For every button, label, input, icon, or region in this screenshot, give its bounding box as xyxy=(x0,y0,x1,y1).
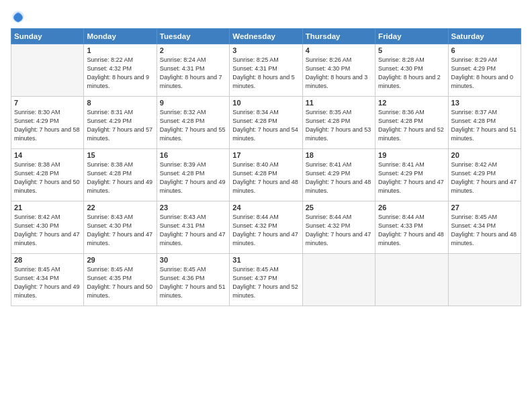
cell-details: Sunrise: 8:41 AMSunset: 4:29 PMDaylight:… xyxy=(378,161,445,195)
day-number: 31 xyxy=(232,256,299,264)
calendar-cell: 23Sunrise: 8:43 AMSunset: 4:31 PMDayligh… xyxy=(157,201,229,254)
day-number: 8 xyxy=(87,99,153,107)
day-number: 3 xyxy=(232,46,299,54)
page: SundayMondayTuesdayWednesdayThursdayFrid… xyxy=(0,0,532,411)
day-number: 30 xyxy=(160,256,226,264)
cell-details: Sunrise: 8:37 AMSunset: 4:28 PMDaylight:… xyxy=(451,108,518,143)
calendar-cell: 3Sunrise: 8:25 AMSunset: 4:31 PMDaylight… xyxy=(230,44,302,97)
cell-details: Sunrise: 8:25 AMSunset: 4:31 PMDaylight:… xyxy=(232,56,299,91)
calendar-cell: 27Sunrise: 8:45 AMSunset: 4:34 PMDayligh… xyxy=(448,201,521,254)
day-number: 15 xyxy=(87,151,153,159)
calendar-week-row: 14Sunrise: 8:38 AMSunset: 4:28 PMDayligh… xyxy=(11,149,521,201)
calendar-cell: 6Sunrise: 8:29 AMSunset: 4:29 PMDaylight… xyxy=(448,44,521,97)
day-number: 2 xyxy=(160,46,226,54)
cell-details: Sunrise: 8:24 AMSunset: 4:31 PMDaylight:… xyxy=(160,56,226,91)
cell-details: Sunrise: 8:32 AMSunset: 4:28 PMDaylight:… xyxy=(160,108,226,143)
day-number: 10 xyxy=(232,99,299,107)
cell-details: Sunrise: 8:45 AMSunset: 4:34 PMDaylight:… xyxy=(14,265,81,300)
calendar-cell: 24Sunrise: 8:44 AMSunset: 4:32 PMDayligh… xyxy=(230,201,302,254)
logo xyxy=(11,9,27,24)
day-number: 20 xyxy=(451,151,518,159)
day-number: 21 xyxy=(14,203,81,212)
cell-details: Sunrise: 8:28 AMSunset: 4:30 PMDaylight:… xyxy=(378,56,445,91)
day-number: 24 xyxy=(232,203,299,212)
calendar-cell xyxy=(448,254,521,306)
calendar-cell: 12Sunrise: 8:36 AMSunset: 4:28 PMDayligh… xyxy=(375,97,448,149)
col-header-saturday: Saturday xyxy=(448,29,521,44)
cell-details: Sunrise: 8:22 AMSunset: 4:32 PMDaylight:… xyxy=(87,56,153,91)
calendar-table: SundayMondayTuesdayWednesdayThursdayFrid… xyxy=(11,28,521,306)
calendar-week-row: 7Sunrise: 8:30 AMSunset: 4:29 PMDaylight… xyxy=(11,97,521,149)
day-number: 4 xyxy=(306,46,372,54)
cell-details: Sunrise: 8:39 AMSunset: 4:28 PMDaylight:… xyxy=(160,161,226,195)
cell-details: Sunrise: 8:38 AMSunset: 4:28 PMDaylight:… xyxy=(87,161,153,195)
calendar-cell: 15Sunrise: 8:38 AMSunset: 4:28 PMDayligh… xyxy=(84,149,157,201)
calendar-cell: 10Sunrise: 8:34 AMSunset: 4:28 PMDayligh… xyxy=(230,97,302,149)
calendar-cell: 22Sunrise: 8:43 AMSunset: 4:30 PMDayligh… xyxy=(84,201,157,254)
cell-details: Sunrise: 8:44 AMSunset: 4:33 PMDaylight:… xyxy=(378,213,445,248)
calendar-cell: 18Sunrise: 8:41 AMSunset: 4:29 PMDayligh… xyxy=(302,149,375,201)
calendar-week-row: 1Sunrise: 8:22 AMSunset: 4:32 PMDaylight… xyxy=(11,44,521,97)
col-header-wednesday: Wednesday xyxy=(230,29,302,44)
cell-details: Sunrise: 8:29 AMSunset: 4:29 PMDaylight:… xyxy=(451,56,518,91)
day-number: 16 xyxy=(160,151,226,159)
calendar-cell: 4Sunrise: 8:26 AMSunset: 4:30 PMDaylight… xyxy=(302,44,375,97)
calendar-cell: 25Sunrise: 8:44 AMSunset: 4:32 PMDayligh… xyxy=(302,201,375,254)
day-number: 28 xyxy=(14,256,81,264)
cell-details: Sunrise: 8:45 AMSunset: 4:37 PMDaylight:… xyxy=(232,265,299,300)
day-number: 18 xyxy=(306,151,372,159)
calendar-cell: 7Sunrise: 8:30 AMSunset: 4:29 PMDaylight… xyxy=(11,97,84,149)
cell-details: Sunrise: 8:40 AMSunset: 4:28 PMDaylight:… xyxy=(232,161,299,195)
cell-details: Sunrise: 8:31 AMSunset: 4:29 PMDaylight:… xyxy=(87,108,153,143)
calendar-week-row: 28Sunrise: 8:45 AMSunset: 4:34 PMDayligh… xyxy=(11,254,521,306)
cell-details: Sunrise: 8:45 AMSunset: 4:36 PMDaylight:… xyxy=(160,265,226,300)
calendar-cell: 2Sunrise: 8:24 AMSunset: 4:31 PMDaylight… xyxy=(157,44,229,97)
day-number: 6 xyxy=(451,46,518,54)
calendar-cell: 11Sunrise: 8:35 AMSunset: 4:28 PMDayligh… xyxy=(302,97,375,149)
day-number: 19 xyxy=(378,151,445,159)
calendar-cell: 16Sunrise: 8:39 AMSunset: 4:28 PMDayligh… xyxy=(157,149,229,201)
cell-details: Sunrise: 8:45 AMSunset: 4:35 PMDaylight:… xyxy=(87,265,153,300)
calendar-cell: 17Sunrise: 8:40 AMSunset: 4:28 PMDayligh… xyxy=(230,149,302,201)
cell-details: Sunrise: 8:43 AMSunset: 4:31 PMDaylight:… xyxy=(160,213,226,248)
header xyxy=(11,9,521,24)
cell-details: Sunrise: 8:36 AMSunset: 4:28 PMDaylight:… xyxy=(378,108,445,143)
cell-details: Sunrise: 8:34 AMSunset: 4:28 PMDaylight:… xyxy=(232,108,299,143)
day-number: 9 xyxy=(160,99,226,107)
col-header-friday: Friday xyxy=(375,29,448,44)
day-number: 5 xyxy=(378,46,445,54)
calendar-cell: 5Sunrise: 8:28 AMSunset: 4:30 PMDaylight… xyxy=(375,44,448,97)
day-number: 14 xyxy=(14,151,81,159)
day-number: 22 xyxy=(87,203,153,212)
calendar-week-row: 21Sunrise: 8:42 AMSunset: 4:30 PMDayligh… xyxy=(11,201,521,254)
day-number: 13 xyxy=(451,99,518,107)
calendar-cell: 9Sunrise: 8:32 AMSunset: 4:28 PMDaylight… xyxy=(157,97,229,149)
cell-details: Sunrise: 8:42 AMSunset: 4:29 PMDaylight:… xyxy=(451,161,518,195)
cell-details: Sunrise: 8:44 AMSunset: 4:32 PMDaylight:… xyxy=(306,213,372,248)
calendar-cell: 19Sunrise: 8:41 AMSunset: 4:29 PMDayligh… xyxy=(375,149,448,201)
calendar-cell: 20Sunrise: 8:42 AMSunset: 4:29 PMDayligh… xyxy=(448,149,521,201)
calendar-cell: 29Sunrise: 8:45 AMSunset: 4:35 PMDayligh… xyxy=(84,254,157,306)
day-number: 25 xyxy=(306,203,372,212)
calendar-cell: 8Sunrise: 8:31 AMSunset: 4:29 PMDaylight… xyxy=(84,97,157,149)
cell-details: Sunrise: 8:43 AMSunset: 4:30 PMDaylight:… xyxy=(87,213,153,248)
day-number: 1 xyxy=(87,46,153,54)
cell-details: Sunrise: 8:30 AMSunset: 4:29 PMDaylight:… xyxy=(14,108,81,143)
col-header-monday: Monday xyxy=(84,29,157,44)
calendar-cell: 30Sunrise: 8:45 AMSunset: 4:36 PMDayligh… xyxy=(157,254,229,306)
calendar-cell: 31Sunrise: 8:45 AMSunset: 4:37 PMDayligh… xyxy=(230,254,302,306)
cell-details: Sunrise: 8:26 AMSunset: 4:30 PMDaylight:… xyxy=(306,56,372,91)
calendar-header-row: SundayMondayTuesdayWednesdayThursdayFrid… xyxy=(11,29,521,44)
day-number: 12 xyxy=(378,99,445,107)
calendar-cell xyxy=(375,254,448,306)
calendar-cell: 26Sunrise: 8:44 AMSunset: 4:33 PMDayligh… xyxy=(375,201,448,254)
cell-details: Sunrise: 8:41 AMSunset: 4:29 PMDaylight:… xyxy=(306,161,372,195)
calendar-cell: 1Sunrise: 8:22 AMSunset: 4:32 PMDaylight… xyxy=(84,44,157,97)
day-number: 27 xyxy=(451,203,518,212)
day-number: 29 xyxy=(87,256,153,264)
col-header-tuesday: Tuesday xyxy=(157,29,229,44)
calendar-cell xyxy=(11,44,84,97)
calendar-cell xyxy=(302,254,375,306)
day-number: 11 xyxy=(306,99,372,107)
cell-details: Sunrise: 8:44 AMSunset: 4:32 PMDaylight:… xyxy=(232,213,299,248)
